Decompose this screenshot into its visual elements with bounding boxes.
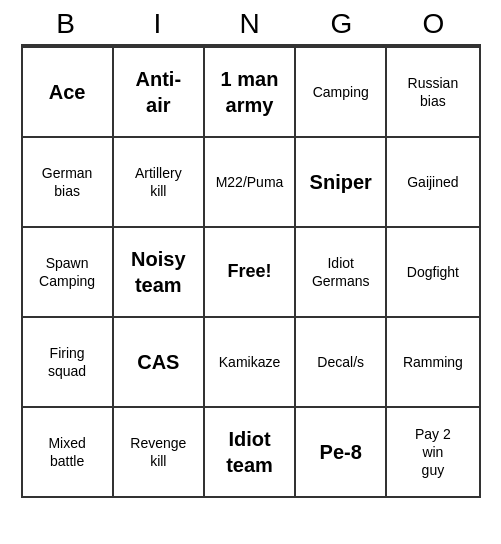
- row-2: SpawnCampingNoisyteamFree!IdiotGermansDo…: [23, 226, 479, 316]
- header-b: B: [23, 8, 111, 40]
- cell-2-2: Free!: [205, 228, 296, 316]
- cell-0-3: Camping: [296, 48, 387, 136]
- cell-0-4: Russianbias: [387, 48, 478, 136]
- cell-2-0: SpawnCamping: [23, 228, 114, 316]
- cell-4-4: Pay 2winguy: [387, 408, 478, 496]
- cell-0-2: 1 manarmy: [205, 48, 296, 136]
- row-0: AceAnti-air1 manarmyCampingRussianbias: [23, 46, 479, 136]
- header-g: G: [299, 8, 387, 40]
- cell-3-3: Decal/s: [296, 318, 387, 406]
- row-3: FiringsquadCASKamikazeDecal/sRamming: [23, 316, 479, 406]
- cell-1-1: Artillerykill: [114, 138, 205, 226]
- cell-4-0: Mixedbattle: [23, 408, 114, 496]
- row-1: GermanbiasArtillerykillM22/PumaSniperGai…: [23, 136, 479, 226]
- row-4: MixedbattleRevengekillIdiotteamPe-8Pay 2…: [23, 406, 479, 496]
- bingo-header: B I N G O: [21, 0, 481, 44]
- cell-3-0: Firingsquad: [23, 318, 114, 406]
- header-o: O: [391, 8, 479, 40]
- cell-2-3: IdiotGermans: [296, 228, 387, 316]
- header-i: I: [115, 8, 203, 40]
- cell-0-1: Anti-air: [114, 48, 205, 136]
- cell-1-4: Gaijined: [387, 138, 478, 226]
- cell-4-2: Idiotteam: [205, 408, 296, 496]
- cell-1-0: Germanbias: [23, 138, 114, 226]
- cell-3-2: Kamikaze: [205, 318, 296, 406]
- cell-4-1: Revengekill: [114, 408, 205, 496]
- header-n: N: [207, 8, 295, 40]
- cell-4-3: Pe-8: [296, 408, 387, 496]
- cell-1-3: Sniper: [296, 138, 387, 226]
- cell-0-0: Ace: [23, 48, 114, 136]
- cell-3-4: Ramming: [387, 318, 478, 406]
- cell-1-2: M22/Puma: [205, 138, 296, 226]
- bingo-grid: AceAnti-air1 manarmyCampingRussianbiasGe…: [21, 44, 481, 498]
- cell-2-1: Noisyteam: [114, 228, 205, 316]
- cell-3-1: CAS: [114, 318, 205, 406]
- cell-2-4: Dogfight: [387, 228, 478, 316]
